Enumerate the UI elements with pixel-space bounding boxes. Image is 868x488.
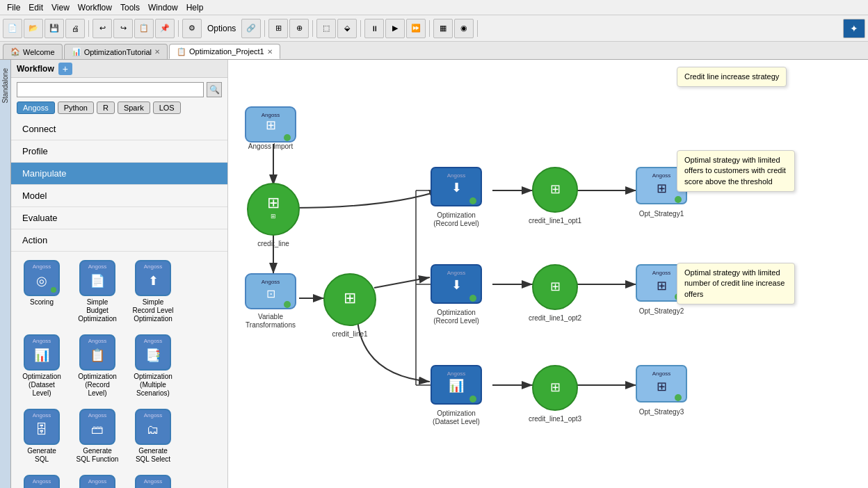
svg-point-13	[284, 301, 291, 308]
node-green2[interactable]: ⊞ credit_line1_opt2	[529, 265, 582, 322]
connect-btn[interactable]: 🔗	[241, 19, 261, 38]
tab-bar: 🏠 Welcome 📊 OptimizationTutorial ✕ 📋 Opt…	[0, 42, 868, 60]
search-input[interactable]	[17, 82, 204, 97]
print-btn[interactable]: 🖨	[65, 19, 85, 38]
standalone-label: Standalone	[1, 68, 9, 104]
data-btn[interactable]: ▦	[433, 19, 453, 38]
workflow-label: Workflow	[17, 64, 54, 74]
redo-btn[interactable]: ↪	[113, 19, 133, 38]
sep5	[360, 20, 361, 37]
svg-point-22	[469, 197, 476, 204]
svg-text:credit_line1_opt3: credit_line1_opt3	[529, 415, 582, 423]
nav-profile[interactable]: Profile	[11, 140, 227, 163]
node-opt-dataset[interactable]: Angoss 📊 Optimization (Dataset Level)	[17, 332, 67, 400]
menu-tools[interactable]: Tools	[116, 1, 144, 14]
nav-connect[interactable]: Connect	[11, 118, 227, 140]
nav-evaluate[interactable]: Evaluate	[11, 207, 227, 229]
svg-text:Angoss: Angoss	[652, 172, 671, 179]
node-opt-dataset-level[interactable]: Angoss 📊 Optimization (Dataset Level)	[431, 366, 481, 425]
search-button[interactable]: 🔍	[207, 82, 222, 97]
menu-window[interactable]: Window	[144, 1, 182, 14]
filter-python[interactable]: Python	[58, 101, 94, 114]
svg-text:⊞: ⊞	[550, 182, 561, 196]
project-tab-label: Optimization_Project1	[189, 47, 264, 56]
node-angoss-import[interactable]: Angoss ⊞ Angoss Import	[246, 107, 296, 150]
svg-text:Transformations: Transformations	[246, 321, 296, 329]
svg-text:credit_line1: credit_line1	[332, 330, 368, 338]
export-btn[interactable]: ⬙	[337, 19, 357, 38]
canvas-area[interactable]: Angoss ⊞ Angoss Import ⊞ ⊞ credit_line A…	[228, 60, 868, 488]
new-btn[interactable]: 📄	[3, 19, 22, 38]
pause-btn[interactable]: ⏸	[364, 19, 384, 38]
svg-text:Optimization: Optimization	[437, 211, 476, 219]
node-extra2[interactable]: Angoss 📄	[72, 472, 122, 488]
run-btn[interactable]: ▶	[385, 19, 405, 38]
svg-text:Angoss: Angoss	[447, 172, 466, 179]
tutorial-tab-close[interactable]: ✕	[154, 48, 160, 56]
node-opt-strategy3[interactable]: Angoss ⊞ Opt_Strategy3	[636, 366, 686, 416]
settings-btn[interactable]: ⚙	[182, 19, 202, 38]
node-green1[interactable]: ⊞ credit_line1_opt1	[529, 168, 582, 225]
save-btn[interactable]: 💾	[45, 19, 64, 38]
menu-file[interactable]: File	[3, 1, 24, 14]
node-variable-trans[interactable]: Angoss ⊡ Variable Transformations	[246, 274, 296, 329]
node-simple-budget[interactable]: Angoss 📄 Simple Budget Optimization	[72, 257, 122, 326]
node-opt-record[interactable]: Angoss 📋 Optimization (Record Level)	[72, 332, 122, 400]
node-gen-sql-select[interactable]: Angoss 🗂 Generate SQL Select	[128, 406, 178, 466]
standalone-bar: Standalone	[0, 60, 11, 488]
options-label: Options	[203, 24, 240, 33]
node-opt-record-level1[interactable]: Angoss ⬇ Optimization (Record Level)	[431, 168, 481, 227]
nav-action[interactable]: Action	[11, 229, 227, 252]
add-workflow-btn[interactable]: +	[58, 63, 72, 75]
tab-welcome[interactable]: 🏠 Welcome	[3, 44, 63, 59]
svg-text:Angoss: Angoss	[447, 371, 466, 377]
svg-text:⊞: ⊞	[657, 181, 667, 195]
sep2	[178, 20, 179, 37]
menu-help[interactable]: Help	[182, 1, 208, 14]
tab-optimization-tutorial[interactable]: 📊 OptimizationTutorial ✕	[64, 44, 168, 59]
project-tab-close[interactable]: ✕	[267, 48, 273, 56]
run-all-btn[interactable]: ⏩	[406, 19, 426, 38]
edge-creditline1-opt3	[357, 309, 430, 382]
svg-text:Angoss: Angoss	[262, 279, 280, 285]
import-btn[interactable]: ⬚	[316, 19, 336, 38]
chart-btn[interactable]: ◉	[454, 19, 474, 38]
menu-workflow[interactable]: Workflow	[74, 1, 116, 14]
open-btn[interactable]: 📂	[24, 19, 43, 38]
filter-los[interactable]: LOS	[153, 101, 181, 114]
node-scoring[interactable]: Angoss ◎ Scoring	[17, 257, 67, 326]
sep3	[264, 20, 265, 37]
svg-text:(Dataset Level): (Dataset Level)	[433, 418, 480, 425]
node-gen-sql-func[interactable]: Angoss 🗃 Generate SQL Function	[72, 406, 122, 466]
filter-spark[interactable]: Spark	[118, 101, 150, 114]
undo-btn[interactable]: ↩	[93, 19, 112, 38]
node-extra1[interactable]: Angoss 📄	[17, 472, 67, 488]
node-simple-record[interactable]: Angoss ⬆ Simple Record Level Optimizatio…	[128, 257, 178, 326]
svg-point-28	[469, 295, 476, 302]
node-green3[interactable]: ⊞ credit_line1_opt3	[529, 366, 582, 423]
copy-btn[interactable]: 📋	[134, 19, 154, 38]
paste-btn[interactable]: 📌	[155, 19, 175, 38]
filter-angoss[interactable]: Angoss	[17, 101, 55, 114]
node-extra3[interactable]: Angoss 📄	[128, 472, 178, 488]
nav-model[interactable]: Model	[11, 185, 227, 207]
svg-text:Angoss: Angoss	[652, 371, 671, 377]
menu-view[interactable]: View	[47, 1, 74, 14]
grid-btn[interactable]: ⊞	[268, 19, 288, 38]
menu-edit[interactable]: Edit	[24, 1, 47, 14]
svg-text:⊡: ⊡	[266, 288, 275, 300]
target-btn[interactable]: ⊕	[289, 19, 309, 38]
node-opt-multiple[interactable]: Angoss 📑 Optimization (Multiple Scenario…	[128, 332, 178, 400]
node-credit-line1[interactable]: ⊞ credit_line1	[324, 274, 376, 338]
nav-manipulate[interactable]: Manipulate	[11, 163, 227, 185]
sidebar: Workflow + 🔍 Angoss Python R Spark LOS C…	[11, 60, 228, 488]
sep7	[477, 20, 478, 37]
svg-text:Variable: Variable	[258, 313, 283, 320]
tab-project1[interactable]: 📋 Optimization_Project1 ✕	[169, 44, 280, 59]
svg-text:(Record Level): (Record Level)	[433, 220, 479, 227]
node-opt-record-level2[interactable]: Angoss ⬇ Optimization (Record Level)	[431, 265, 481, 325]
svg-text:Angoss: Angoss	[652, 270, 671, 276]
node-simple-budget-label: Simple Budget Optimization	[75, 298, 120, 323]
filter-r[interactable]: R	[97, 101, 115, 114]
node-gen-sql[interactable]: Angoss 🗄 Generate SQL	[17, 406, 67, 466]
